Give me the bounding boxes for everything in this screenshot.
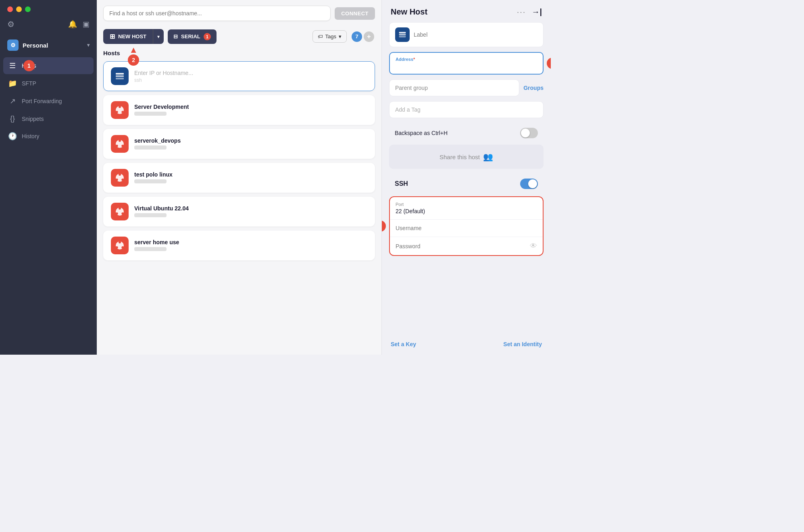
serial-icon: ⊟ [173, 33, 178, 39]
new-host-dropdown-button[interactable]: ▾ [153, 29, 164, 44]
ubuntu-icon [111, 169, 129, 187]
host-type-icon [395, 27, 410, 42]
list-item[interactable]: serverok_devops [103, 129, 375, 159]
list-item[interactable]: Server Development [103, 95, 375, 125]
more-options-button[interactable]: ··· [517, 7, 526, 17]
sidebar-item-snippets[interactable]: {} Snippets [3, 110, 94, 127]
avatar-group: 7 + [351, 31, 375, 43]
avatar[interactable]: 7 [351, 31, 363, 43]
annotation-2-wrap: ▲ 2 [128, 46, 139, 66]
search-input-wrap[interactable] [103, 6, 331, 21]
ssh-password-field: 👁 [390, 237, 543, 255]
parent-group-row: Parent group Groups [389, 79, 544, 96]
sidebar-item-sftp[interactable]: 📁 SFTP [3, 75, 94, 92]
ubuntu-icon [111, 101, 129, 119]
annotation-4-wrap: 4 [381, 220, 386, 232]
backspace-toggle[interactable] [520, 128, 538, 138]
share-row[interactable]: Share this host 👥 [389, 145, 544, 169]
svg-point-12 [119, 173, 121, 176]
ssh-toggle-thumb [528, 179, 537, 188]
label-input[interactable] [414, 31, 537, 38]
host-sub [134, 247, 367, 252]
new-host-button[interactable]: ⊞ NEW HOST [103, 29, 153, 44]
host-name: server home use [134, 239, 367, 245]
terminal-icon[interactable]: ▣ [83, 20, 90, 29]
add-avatar-button[interactable]: + [363, 31, 375, 43]
list-item[interactable]: Virtual Ubuntu 22.04 [103, 197, 375, 227]
svg-rect-1 [116, 75, 124, 77]
bell-icon[interactable]: 🔔 [68, 20, 77, 29]
parent-group-input[interactable]: Parent group [389, 79, 519, 96]
svg-rect-23 [399, 32, 406, 33]
ubuntu-icon [111, 135, 129, 153]
search-input[interactable] [109, 10, 325, 17]
host-info: Virtual Ubuntu 22.04 [134, 205, 367, 218]
ssh-header: SSH [389, 175, 544, 193]
history-icon: 🕐 [8, 132, 17, 141]
host-sub [134, 213, 367, 218]
list-item[interactable]: test polo linux [103, 163, 375, 193]
ssh-fields: Port 22 (Default) 👁 [389, 196, 544, 256]
set-identity-link[interactable]: Set an Identity [503, 341, 542, 347]
hosts-section-title: Hosts [103, 50, 375, 56]
svg-point-16 [119, 207, 121, 210]
set-key-link[interactable]: Set a Key [391, 341, 416, 347]
groups-link[interactable]: Groups [523, 85, 544, 91]
new-host-info: Enter IP or Hostname... ssh [134, 70, 367, 83]
svg-point-10 [121, 145, 124, 147]
sidebar-item-history[interactable]: 🕐 History [3, 128, 94, 145]
port-value[interactable]: 22 (Default) [396, 208, 537, 214]
username-input[interactable] [396, 225, 537, 231]
gear-icon[interactable]: ⚙ [7, 19, 15, 29]
panel-body: Address* 3 Parent group Groups Add a Tag… [382, 22, 551, 335]
tags-chevron-icon: ▾ [339, 33, 342, 39]
svg-rect-25 [399, 36, 406, 37]
close-button[interactable] [7, 6, 13, 12]
new-host-label: NEW HOST [118, 33, 146, 39]
annotation-4-circle: 4 [381, 220, 386, 232]
backspace-label: Backspace as Ctrl+H [395, 130, 448, 136]
svg-point-8 [119, 139, 121, 142]
host-name: Server Development [134, 104, 367, 110]
chevron-down-icon: ▾ [87, 42, 90, 48]
serial-button[interactable]: ⊟ SERIAL 1 [168, 29, 217, 44]
search-bar: CONNECT [97, 0, 381, 27]
sidebar-item-port-forwarding[interactable]: ↗ Port Forwarding [3, 93, 94, 110]
connect-button[interactable]: CONNECT [335, 7, 375, 20]
password-input[interactable] [396, 243, 530, 249]
minimize-button[interactable] [16, 6, 22, 12]
address-input[interactable] [396, 63, 537, 70]
ssh-username-field [390, 220, 543, 237]
sidebar-nav: ☰ Hosts 1 ◀ 📁 SFTP ↗ Port Forwarding {} … [0, 57, 97, 355]
sidebar-item-hosts[interactable]: ☰ Hosts 1 ◀ [3, 57, 94, 74]
tags-button[interactable]: 🏷 Tags ▾ [312, 30, 347, 43]
host-info: server home use [134, 239, 367, 252]
backspace-toggle-row: Backspace as Ctrl+H [389, 123, 544, 143]
maximize-button[interactable] [25, 6, 31, 12]
svg-rect-24 [399, 34, 406, 35]
annotation-1: 1 [23, 60, 35, 71]
new-host-entry[interactable]: Enter IP or Hostname... ssh [103, 61, 375, 91]
address-row-wrap: Address* 3 [389, 52, 544, 75]
expand-panel-button[interactable]: →| [531, 7, 542, 17]
list-item[interactable]: server home use [103, 231, 375, 260]
host-sub [134, 145, 367, 151]
svg-point-20 [119, 241, 121, 243]
annotation-2-arrow: ▲ [129, 46, 138, 54]
ssh-toggle[interactable] [520, 179, 538, 189]
new-host-sub: ssh [134, 77, 367, 83]
tag-row[interactable]: Add a Tag [389, 101, 544, 118]
annotation-3-wrap: 3 [547, 58, 551, 69]
address-row: Address* [389, 52, 544, 75]
main-content: CONNECT ⊞ NEW HOST ▾ ▲ 2 ⊟ SERIAL 1 🏷 [97, 0, 381, 355]
port-forwarding-icon: ↗ [8, 97, 17, 106]
ubuntu-icon [111, 237, 129, 254]
host-name: Virtual Ubuntu 22.04 [134, 205, 367, 212]
account-switcher[interactable]: ⚙ Personal ▾ [0, 35, 97, 57]
host-sub [134, 179, 367, 185]
svg-point-4 [119, 106, 121, 108]
serial-label: SERIAL [181, 33, 200, 39]
account-label: Personal [23, 42, 48, 49]
sidebar-item-label: History [22, 133, 40, 139]
show-password-icon[interactable]: 👁 [530, 242, 537, 250]
